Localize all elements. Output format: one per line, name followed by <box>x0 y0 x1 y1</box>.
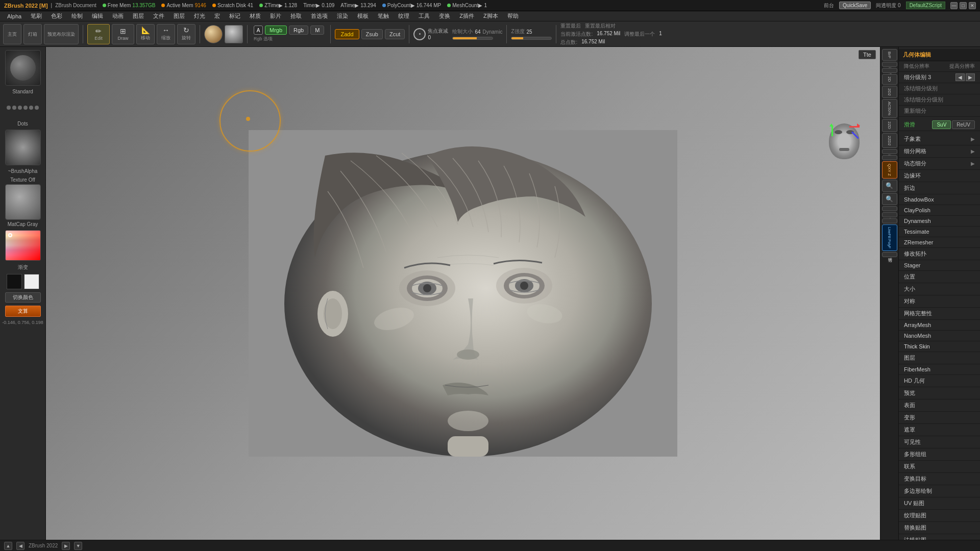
zadd-button[interactable]: Zadd <box>335 29 359 39</box>
model-gizmo[interactable] <box>829 118 870 169</box>
reuv-button[interactable]: ReUV <box>952 120 975 129</box>
matcap-preview[interactable] <box>225 25 243 43</box>
zcut-button[interactable]: Zcut <box>385 29 405 39</box>
geo-texture-map[interactable]: 纹理贴图 <box>899 510 980 522</box>
brush-preview[interactable] <box>5 50 41 86</box>
geo-arraymesh[interactable]: ArrayMesh <box>899 320 980 331</box>
menu-pick[interactable]: 拾取 <box>286 11 306 21</box>
brush-side-slide[interactable]: 滑动 <box>882 68 897 73</box>
swatch-white[interactable] <box>24 274 39 289</box>
brush-side-2d2[interactable]: 2D2 <box>882 86 897 98</box>
material-sphere[interactable] <box>204 25 223 43</box>
focal-knob[interactable] <box>413 28 426 40</box>
geo-change-target[interactable]: 变换目标 <box>899 473 980 485</box>
menu-render[interactable]: 渲染 <box>333 11 352 21</box>
geo-mesh-integrity[interactable]: 网格完整性 <box>899 308 980 320</box>
suv-button[interactable]: SuV <box>932 120 951 129</box>
smooth-label[interactable]: 滑滑 <box>904 121 915 129</box>
geo-position[interactable]: 位置 <box>899 271 980 283</box>
brush-side-pick[interactable]: 拾取 <box>882 149 897 154</box>
brush-side-transparent2[interactable]: 透明 <box>882 252 897 257</box>
geo-deform[interactable]: 变形 <box>899 412 980 424</box>
draw-select-button[interactable]: ⊞ Draw <box>112 24 134 44</box>
document-button[interactable]: 文算 <box>5 306 41 317</box>
geo-poly-paint[interactable]: 多边形绘制 <box>899 485 980 497</box>
menu-draw[interactable]: 绘制 <box>67 11 87 21</box>
geo-shadowbox[interactable]: ShadowBox <box>899 194 980 205</box>
geo-claypolish[interactable]: ClayPolish <box>899 205 980 216</box>
geo-replace-map[interactable]: 替换贴图 <box>899 522 980 534</box>
snap-button[interactable]: 📐 移动 <box>136 24 155 44</box>
tab-preview[interactable]: 预览布尔渲染 <box>44 24 79 44</box>
brush-side-qxyz[interactable]: QXY Z <box>882 161 897 179</box>
tab-main[interactable]: 主页 <box>3 24 21 44</box>
geo-normal-map[interactable]: 法线贴图 <box>899 534 980 540</box>
brush-side-2zd[interactable]: 2ZD <box>882 119 897 132</box>
geo-symmetry[interactable]: 对称 <box>899 295 980 308</box>
rotate-button[interactable]: ↻ 旋转 <box>177 24 195 44</box>
menu-color[interactable]: 色彩 <box>47 11 66 21</box>
geo-uv-map[interactable]: UV 贴图 <box>899 497 980 510</box>
brush-side-2d[interactable]: 2D <box>882 74 897 84</box>
menu-brush[interactable]: 笔刷 <box>27 11 46 21</box>
brush-side-ac[interactable]: AC50% <box>882 99 897 118</box>
maximize-button[interactable]: □ <box>960 2 967 9</box>
geo-mask[interactable]: 遮罩 <box>899 424 980 436</box>
menu-animation[interactable]: 动画 <box>108 11 128 21</box>
rgb-button[interactable]: Rgb <box>289 26 308 35</box>
tab-lightbox[interactable]: 灯箱 <box>23 24 42 44</box>
menu-alpha[interactable]: Alpha <box>3 12 26 20</box>
menu-layer[interactable]: 图层 <box>129 11 148 21</box>
menu-zplugin[interactable]: Z插件 <box>455 11 478 21</box>
switch-color-button[interactable]: 切换颜色 <box>5 292 41 303</box>
menu-light[interactable]: 灯光 <box>190 11 209 21</box>
geo-modify-topo[interactable]: 修改拓扑 <box>899 248 980 260</box>
rgb-a-button[interactable]: A <box>254 26 263 35</box>
geo-polygroups[interactable]: 多形组组 <box>899 448 980 461</box>
geo-surface[interactable]: 表面 <box>899 399 980 412</box>
menu-preferences[interactable]: 首选项 <box>307 11 332 21</box>
brush-side-child[interactable]: 子象素 <box>882 62 897 67</box>
canvas-area[interactable]: 主页 灯箱 预览布尔渲染 <box>46 47 880 540</box>
brush-side-linefill[interactable]: LineFill PolyF <box>882 224 897 251</box>
alpha-preview[interactable] <box>5 130 41 165</box>
geo-thick-skin[interactable]: Thick Skin <box>899 341 980 352</box>
geo-visibility[interactable]: 可见性 <box>899 436 980 448</box>
menu-tool[interactable]: 工具 <box>414 11 434 21</box>
geo-tessimate[interactable]: Tessimate <box>899 227 980 237</box>
geo-subdiv-mesh[interactable]: 细分网格▶ <box>899 145 980 158</box>
menu-layer2[interactable]: 图层 <box>169 11 189 21</box>
brush-side-search2[interactable]: 🔍 <box>882 193 897 205</box>
geo-stager[interactable]: Stager <box>899 260 980 271</box>
menu-texture[interactable]: 纹理 <box>394 11 413 21</box>
model-viewport[interactable]: Tte <box>46 47 880 540</box>
menu-macro[interactable]: 宏 <box>210 11 224 21</box>
zsub-button[interactable]: Zsub <box>361 29 383 39</box>
mrgb-button[interactable]: Mrgb <box>265 26 287 35</box>
geo-preview[interactable]: 预览 <box>899 387 980 399</box>
edit-button[interactable]: ✏ Edit <box>87 24 110 44</box>
texture-preview[interactable] <box>5 184 41 220</box>
geo-nanomesh[interactable]: NanoMesh <box>899 331 980 341</box>
geo-edge-ring[interactable]: 边缘环 <box>899 170 980 182</box>
menu-material[interactable]: 材质 <box>246 11 265 21</box>
geo-size[interactable]: 大小 <box>899 283 980 295</box>
menu-movie[interactable]: 影片 <box>266 11 285 21</box>
m-button[interactable]: M <box>310 26 324 35</box>
geo-crease[interactable]: 折边 <box>899 182 980 194</box>
draw-size-slider[interactable] <box>452 37 493 40</box>
brush-side-sym[interactable]: 对称 <box>882 155 897 160</box>
brush-side-search1[interactable]: 🔍 <box>882 180 897 192</box>
bottom-icon-1[interactable]: ▲ <box>4 542 12 550</box>
menu-file[interactable]: 文件 <box>149 11 168 21</box>
menu-marker[interactable]: 标记 <box>225 11 244 21</box>
quicksave-button[interactable]: QuickSave <box>839 2 871 9</box>
menu-stroke[interactable]: 笔触 <box>374 11 393 21</box>
brush-side-transparent[interactable]: 透 <box>882 218 897 223</box>
menu-transform[interactable]: 变换 <box>435 11 454 21</box>
menu-zscript[interactable]: Z脚本 <box>479 11 502 21</box>
brush-side-center[interactable]: 中心系 <box>882 206 897 211</box>
geo-hd-geo[interactable]: HD 几何 <box>899 375 980 387</box>
menu-edit[interactable]: 编辑 <box>88 11 107 21</box>
bottom-icon-2[interactable]: ◀ <box>16 542 24 550</box>
